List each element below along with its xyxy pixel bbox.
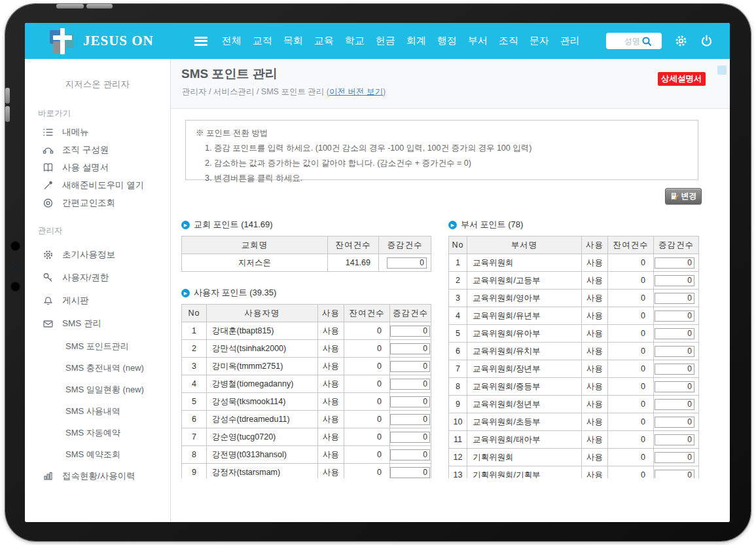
user-delta-input[interactable] [390, 326, 430, 337]
nav-item-교적[interactable]: 교적 [253, 35, 272, 47]
nav-item-목회[interactable]: 목회 [283, 35, 303, 47]
sidebar-item-label: 사용자/권한 [62, 272, 109, 284]
app-header: JESUS ON 전체 교적 목회 교육 학교 헌금 회계 행정 부서 조직 문… [25, 23, 730, 59]
sidebar-subitem-sms-daily-status[interactable]: SMS 일일현황 (new) [65, 384, 170, 393]
use-cell: 사용 [582, 449, 608, 466]
my-menu-icon [43, 127, 54, 138]
nav-item-행정[interactable]: 행정 [437, 35, 457, 47]
sidebar-item-quick-lookup[interactable]: 간편교인조회 [43, 198, 170, 208]
nav-item-조직[interactable]: 조직 [499, 35, 518, 47]
user-delta-input[interactable] [390, 379, 430, 390]
name-search-input[interactable] [610, 36, 641, 47]
table-row: 13기획위원회/기획부사용0 [449, 466, 699, 479]
sidebar-item-label: 초기사용정보 [62, 249, 115, 261]
use-cell: 사용 [318, 375, 344, 393]
use-cell: 사용 [318, 358, 344, 375]
sidebar-subitem-sms-auto-reservation[interactable]: SMS 자동예약 [65, 427, 170, 436]
table-row: 9교육위원회/청년부사용0 [449, 396, 699, 413]
delta-cell [654, 466, 699, 479]
screen: JESUS ON 전체 교적 목회 교육 학교 헌금 회계 행정 부서 조직 문… [25, 23, 730, 522]
sidebar-item-label: 접속현황/사용이력 [62, 470, 135, 482]
sidebar-item-org-members[interactable]: 조직 구성원 [43, 145, 170, 155]
col-header-no: No [182, 305, 207, 322]
logout-power-icon[interactable] [700, 35, 713, 47]
change-button[interactable]: 변경 [665, 188, 702, 204]
nav-item-학교[interactable]: 학교 [345, 35, 365, 47]
nav-item-전체[interactable]: 전체 [222, 35, 242, 47]
remaining-cell: 0 [608, 325, 654, 343]
sidebar-item-board[interactable]: 게시판 [43, 296, 170, 305]
nav-item-헌금[interactable]: 헌금 [376, 35, 395, 47]
user-name-cell: 강만석(tsinhak2000) [207, 340, 318, 358]
col-header-user-name: 사용자명 [207, 305, 318, 322]
dept-delta-input[interactable] [655, 452, 694, 463]
settings-gear-icon[interactable] [675, 35, 687, 47]
table-row: 10교육위원회/초등부사용0 [449, 413, 699, 431]
sidebar-item-initial-info[interactable]: 초기사용정보 [43, 250, 170, 259]
dept-delta-input[interactable] [655, 257, 694, 269]
user-delta-input[interactable] [390, 414, 430, 425]
nav-item-회계[interactable]: 회계 [406, 35, 426, 47]
previous-version-link[interactable]: 이전 버전 보기 [329, 87, 383, 96]
nav-item-부서[interactable]: 부서 [468, 35, 488, 47]
sidebar-item-my-menu[interactable]: 내메뉴 [43, 128, 170, 137]
breadcrumb-paren: ) [383, 87, 386, 96]
dept-delta-input[interactable] [655, 434, 694, 445]
sidebar-item-access-usage-history[interactable]: 접속현황/사용이력 [43, 472, 170, 481]
detail-manual-badge[interactable]: 상세설명서 [658, 72, 706, 86]
dept-delta-input[interactable] [655, 417, 694, 428]
nav-item-문자[interactable]: 문자 [530, 35, 549, 47]
bar-chart-icon [43, 471, 54, 481]
user-delta-input[interactable] [390, 396, 430, 407]
church-delta-input[interactable] [387, 257, 427, 269]
sidebar-item-manual[interactable]: 사용 설명서 [43, 163, 170, 172]
delta-cell [390, 375, 431, 393]
user-delta-input[interactable] [390, 449, 430, 460]
use-cell: 사용 [582, 343, 608, 360]
sidebar-subitem-sms-reservation-lookup[interactable]: SMS 예약조회 [65, 449, 170, 458]
dept-name-cell: 교육위원회/유아부 [467, 325, 582, 343]
device-side-button-1 [5, 88, 10, 103]
user-delta-input[interactable] [390, 343, 430, 354]
profile-name: 지저스온 관리자 [25, 79, 170, 90]
delta-cell [654, 360, 699, 378]
user-delta-input[interactable] [390, 467, 430, 478]
sidebar-item-sms-management[interactable]: SMS 관리 [43, 319, 170, 328]
sidebar-item-label: 사용 설명서 [62, 162, 109, 174]
nav-item-교육[interactable]: 교육 [314, 35, 334, 47]
user-delta-input[interactable] [390, 361, 430, 372]
hamburger-icon[interactable] [194, 37, 207, 46]
sidebar-item-label: 새해준비도우미 열기 [62, 179, 144, 191]
dept-delta-input[interactable] [655, 346, 694, 357]
no-cell: 10 [449, 413, 467, 431]
sidebar-subitem-sms-charge-history[interactable]: SMS 충전내역 (new) [65, 362, 170, 371]
dept-delta-input[interactable] [655, 310, 694, 322]
table-row: 4교육위원회/유년부사용0 [449, 307, 699, 325]
dept-delta-input[interactable] [655, 381, 694, 392]
use-cell: 사용 [582, 431, 608, 449]
user-name-cell: 강성수(tdreamedu11) [207, 411, 318, 428]
dept-delta-input[interactable] [655, 364, 694, 375]
user-name-cell: 강순영(tucg0720) [207, 428, 318, 446]
sidebar-item-users-permissions[interactable]: 사용자/권한 [43, 273, 170, 282]
remaining-cell: 0 [608, 307, 654, 325]
dept-delta-input[interactable] [655, 328, 694, 339]
nav-item-관리[interactable]: 관리 [560, 35, 580, 47]
no-cell: 3 [182, 358, 207, 375]
dept-delta-input[interactable] [655, 399, 694, 410]
sidebar-subitem-sms-point-management[interactable]: SMS 포인트관리 [65, 341, 170, 350]
dept-delta-input[interactable] [655, 470, 694, 479]
sidebar-subitem-sms-usage-history[interactable]: SMS 사용내역 [65, 405, 170, 415]
user-name-cell: 강정자(tstarsmam) [207, 464, 318, 479]
search-icon[interactable] [641, 36, 652, 47]
dept-delta-input[interactable] [655, 293, 694, 304]
scrollbar-thumb[interactable] [717, 66, 727, 75]
table-row: 8교육위원회/중등부사용0 [449, 378, 699, 396]
dept-name-cell: 교육위원회 [467, 254, 582, 272]
user-delta-input[interactable] [390, 432, 430, 443]
sidebar-item-newyear-helper[interactable]: 새해준비도우미 열기 [43, 181, 170, 190]
dept-name-cell: 교육위원회/유년부 [467, 307, 582, 325]
no-cell: 9 [182, 464, 207, 479]
col-header-remaining: 잔여건수 [608, 236, 654, 254]
dept-delta-input[interactable] [655, 275, 694, 286]
